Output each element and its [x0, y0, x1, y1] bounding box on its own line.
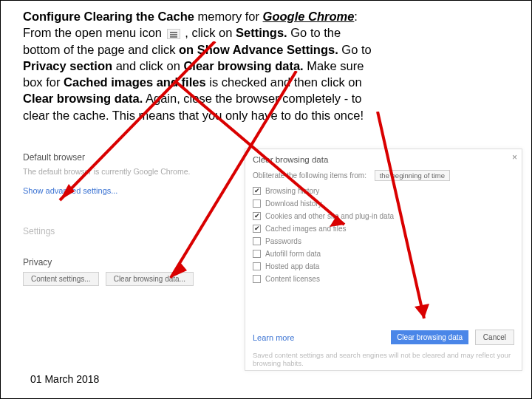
chrome-settings-left: Default browser The default browser is c…: [23, 152, 245, 286]
checkbox-row[interactable]: Hosted app data: [253, 262, 514, 270]
obliterate-text: Obliterate the following items from:: [253, 171, 366, 180]
time-range-select[interactable]: the beginning of time: [375, 170, 450, 181]
title-bold: Configure Clearing the Cache: [23, 10, 194, 23]
section-settings: Settings: [23, 226, 245, 236]
l5-cached: Cached images and files: [64, 75, 206, 89]
screenshot-panels: Default browser The default browser is c…: [23, 152, 522, 367]
checkbox-row[interactable]: Download history: [253, 200, 514, 208]
checkbox-label: Hosted app data: [265, 262, 319, 270]
instructions-block: Configure Clearing the Cache memory for …: [1, 1, 531, 129]
l6-clear: Clear browsing data.: [23, 92, 143, 105]
title-rest: memory for: [198, 10, 259, 23]
l7: clear the cache. This means that you onl…: [23, 109, 364, 122]
l5a: box for: [23, 75, 60, 89]
l2c: Go to the: [290, 26, 341, 39]
checkbox-label: Cookies and other site and plug-in data: [265, 212, 394, 220]
checkbox[interactable]: [253, 212, 261, 220]
l2a: From the open menu icon: [23, 26, 162, 39]
section-default-browser: Default browser: [23, 152, 245, 163]
section-privacy: Privacy: [23, 257, 245, 267]
checkbox-list: Browsing historyDownload historyCookies …: [253, 187, 514, 283]
default-browser-text: The default browser is currently Google …: [23, 167, 245, 176]
checkbox-label: Passwords: [265, 237, 301, 245]
l6a: Again, close the browser completely - to: [146, 92, 362, 105]
checkbox-label: Browsing history: [265, 187, 319, 195]
l4a: and click on: [116, 59, 180, 72]
checkbox-row[interactable]: Passwords: [253, 237, 514, 245]
l2-settings: Settings.: [236, 26, 287, 39]
checkbox[interactable]: [253, 275, 261, 283]
show-advanced-link[interactable]: Show advanced settings...: [23, 186, 245, 195]
l3a: bottom of the page and click: [23, 43, 175, 56]
dialog-title: Clear browsing data: [253, 155, 514, 164]
l2b: , click on: [185, 26, 232, 39]
clear-browsing-data-button[interactable]: Clear browsing data...: [106, 272, 194, 286]
l5b: is checked and then click on: [209, 75, 361, 89]
close-icon[interactable]: ×: [512, 152, 517, 163]
slide-date: 01 March 2018: [30, 373, 99, 385]
l4-clear: Clear browsing data.: [183, 59, 303, 72]
checkbox[interactable]: [253, 200, 261, 208]
l3b: Go to: [341, 43, 371, 56]
dialog-note: Saved content settings and search engine…: [245, 348, 522, 370]
clear-browsing-data-dialog: × Clear browsing data Obliterate the fol…: [245, 149, 522, 371]
checkbox[interactable]: [253, 187, 261, 195]
cancel-button[interactable]: Cancel: [475, 330, 514, 345]
checkbox-row[interactable]: Content licenses: [253, 275, 514, 283]
learn-more-link[interactable]: Learn more: [253, 333, 294, 342]
checkbox-label: Autofill form data: [265, 250, 321, 258]
content-settings-button[interactable]: Content settings...: [23, 272, 99, 286]
checkbox-row[interactable]: Cookies and other site and plug-in data: [253, 212, 514, 220]
checkbox-label: Content licenses: [265, 275, 320, 283]
checkbox[interactable]: [253, 262, 261, 270]
checkbox[interactable]: [253, 250, 261, 258]
checkbox-label: Cached images and files: [265, 225, 347, 233]
l4-privacy: Privacy section: [23, 59, 112, 72]
l3-show: on Show Advance Settings.: [179, 43, 338, 56]
l4b: Make sure: [307, 59, 364, 72]
title-chrome: Google Chrome: [263, 10, 355, 23]
checkbox-row[interactable]: Autofill form data: [253, 250, 514, 258]
hamburger-menu-icon: [167, 29, 180, 39]
clear-data-button[interactable]: Clear browsing data: [391, 330, 468, 344]
checkbox-label: Download history: [265, 200, 322, 208]
checkbox-row[interactable]: Cached images and files: [253, 225, 514, 233]
checkbox[interactable]: [253, 237, 261, 245]
checkbox[interactable]: [253, 225, 261, 233]
checkbox-row[interactable]: Browsing history: [253, 187, 514, 195]
